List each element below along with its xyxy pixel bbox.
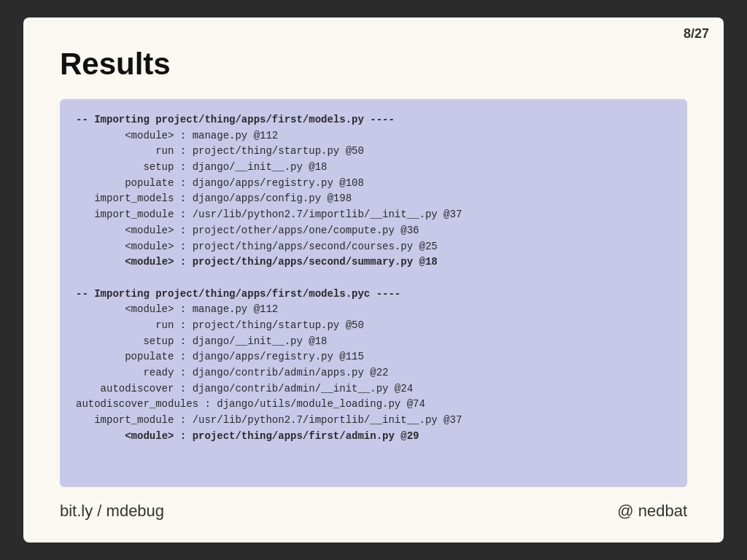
section1-header: -- Importing project/thing/apps/first/mo… bbox=[76, 114, 395, 125]
footer-left: bit.ly / mdebug bbox=[60, 502, 164, 521]
code-content: -- Importing project/thing/apps/first/mo… bbox=[76, 112, 671, 444]
slide: 8/27 Results -- Importing project/thing/… bbox=[23, 18, 724, 542]
slide-number: 8/27 bbox=[684, 26, 709, 42]
slide-title: Results bbox=[60, 47, 687, 82]
section2-last-line: <module> : project/thing/apps/first/admi… bbox=[125, 430, 419, 442]
code-block: -- Importing project/thing/apps/first/mo… bbox=[60, 99, 687, 487]
section2-header: -- Importing project/thing/apps/first/mo… bbox=[76, 288, 400, 300]
footer: bit.ly / mdebug @ nedbat bbox=[60, 499, 687, 521]
section1-last-line: <module> : project/thing/apps/second/sum… bbox=[125, 256, 437, 268]
footer-right: @ nedbat bbox=[617, 502, 687, 521]
